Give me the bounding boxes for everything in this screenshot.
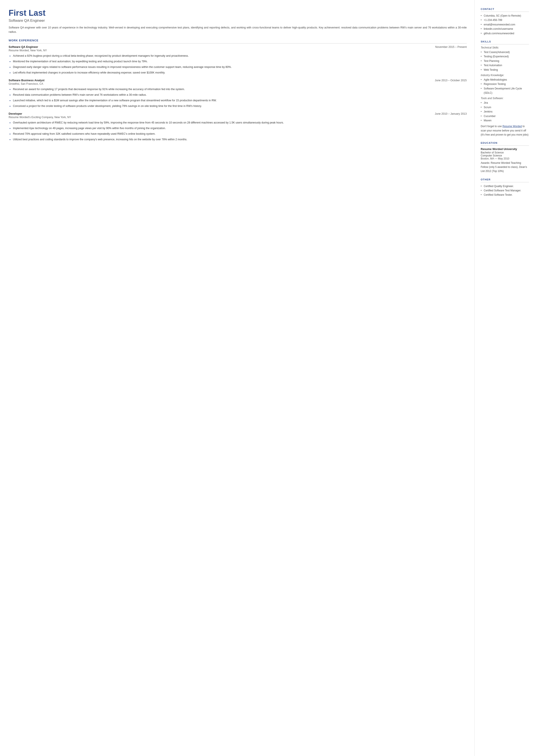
- bullet-0-2: Diagnosed early danger signs related to …: [9, 65, 467, 69]
- job-dates-2: June 2010 – January 2013: [435, 112, 467, 115]
- tool-0: Jira: [481, 101, 529, 105]
- other-item-2: Certified Software Tester.: [481, 193, 529, 197]
- work-experience-section: WORK EXPERIENCE Software QA Engineer Nov…: [9, 39, 467, 142]
- other-item-0: Certified Quality Engineer.: [481, 184, 529, 188]
- job-header-1: Software Business Analyst June 2013 – Oc…: [9, 79, 467, 82]
- job-title-0: Software QA Engineer: [9, 45, 38, 48]
- promo-paragraph: Don't forget to use Resume Worded to sca…: [481, 124, 529, 137]
- skills-label: SKILLS: [481, 40, 529, 44]
- bullet-0-3: Led efforts that implemented changes in …: [9, 70, 467, 75]
- bullet-1-2: Launched initiative, which led to a $1M …: [9, 98, 467, 102]
- contact-section: CONTACT Columbia, SC (Open to Remote) +1…: [481, 8, 529, 36]
- job-block-0: Software QA Engineer November 2015 – Pre…: [9, 45, 467, 75]
- tool-2: Jenkins: [481, 109, 529, 114]
- education-label: EDUCATION: [481, 142, 529, 146]
- industry-skill-1: Regression Testing: [481, 82, 529, 86]
- job-bullets-2: Overhauled system architecture of RWEC b…: [9, 121, 467, 142]
- job-title-2: Developer: [9, 112, 22, 115]
- industry-skill-0: Agile Methodologies: [481, 78, 529, 82]
- bullet-0-1: Monitored the implementation of test aut…: [9, 59, 467, 64]
- other-label: OTHER: [481, 178, 529, 182]
- tools-list: Jira Scrum Jenkins Cucumber Maven: [481, 101, 529, 123]
- promo-link[interactable]: Resume Worded: [502, 125, 522, 128]
- contact-item-3: linkedin.com/in/username: [481, 27, 529, 31]
- contact-label: CONTACT: [481, 8, 529, 12]
- bullet-2-0: Overhauled system architecture of RWEC b…: [9, 121, 467, 125]
- job-bullets-0: Achieved a 92% bugless project during a …: [9, 54, 467, 75]
- industry-knowledge-label: Industry Knowledge:: [481, 74, 529, 77]
- job-company-2: Resume Worded's Exciting Company, New Yo…: [9, 116, 467, 119]
- bullet-0-0: Achieved a 92% bugless project during a …: [9, 54, 467, 58]
- contact-item-0: Columbia, SC (Open to Remote): [481, 14, 529, 18]
- candidate-summary: Software QA engineer with over 10 years …: [9, 25, 467, 34]
- technical-skills-list: Test Cases(Advanced) Testing (Experience…: [481, 50, 529, 72]
- industry-skills-list: Agile Methodologies Regression Testing S…: [481, 78, 529, 95]
- edu-field: Computer Science: [481, 154, 529, 157]
- bullet-1-1: Resolved data communication problems bet…: [9, 93, 467, 97]
- other-list: Certified Quality Engineer. Certified So…: [481, 184, 529, 197]
- skills-section: SKILLS Technical Skills: Test Cases(Adva…: [481, 40, 529, 137]
- bullet-2-3: Utilized best practices and coding stand…: [9, 137, 467, 142]
- candidate-title: Software QA Engineer: [9, 18, 467, 23]
- contact-list: Columbia, SC (Open to Remote) +1-234-456…: [481, 14, 529, 36]
- job-dates-0: November 2015 – Present: [435, 45, 467, 48]
- tech-skill-3: Test Automation: [481, 63, 529, 68]
- job-title-1: Software Business Analyst: [9, 79, 44, 82]
- technical-skills-label: Technical Skills:: [481, 46, 529, 49]
- main-column: First Last Software QA Engineer Software…: [0, 0, 475, 756]
- sidebar-column: CONTACT Columbia, SC (Open to Remote) +1…: [475, 0, 535, 756]
- tools-label: Tools and Software:: [481, 97, 529, 100]
- contact-item-4: github.com/resumeworded: [481, 31, 529, 36]
- promo-before: Don't forget to use: [481, 125, 502, 128]
- job-bullets-1: Received an award for completing 17 proj…: [9, 87, 467, 108]
- other-section: OTHER Certified Quality Engineer. Certif…: [481, 178, 529, 197]
- edu-institution: Resume Worded University: [481, 147, 529, 151]
- tool-1: Scrum: [481, 105, 529, 109]
- tool-3: Cucumber: [481, 114, 529, 118]
- contact-item-1: +1-234-456-789: [481, 18, 529, 22]
- job-company-1: Growthsi, San Francisco, CA: [9, 82, 467, 85]
- bullet-2-2: Received 70% approval rating from 32K sa…: [9, 132, 467, 136]
- edu-degree: Bachelor of Science: [481, 151, 529, 154]
- tech-skill-4: Web Testing: [481, 68, 529, 72]
- job-block-2: Developer June 2010 – January 2013 Resum…: [9, 112, 467, 142]
- tech-skill-1: Testing (Experienced): [481, 54, 529, 59]
- work-experience-label: WORK EXPERIENCE: [9, 39, 467, 43]
- bullet-2-1: Implemented Ajax technology on 49 pages,…: [9, 126, 467, 130]
- tech-skill-2: Test Planning: [481, 59, 529, 63]
- job-company-0: Resume Worded, New York, NY: [9, 49, 467, 52]
- education-section: EDUCATION Resume Worded University Bache…: [481, 142, 529, 174]
- bullet-1-3: Conceived a project for the onsite testi…: [9, 104, 467, 108]
- industry-skill-2: Software Development Life Cycle (SDLC): [481, 86, 529, 95]
- tool-4: Maven: [481, 118, 529, 123]
- other-item-1: Certified Software Test Manager.: [481, 188, 529, 193]
- job-dates-1: June 2013 – October 2015: [435, 79, 467, 82]
- contact-item-2: email@resumeworded.com: [481, 22, 529, 27]
- job-header-0: Software QA Engineer November 2015 – Pre…: [9, 45, 467, 48]
- candidate-name: First Last: [9, 9, 467, 18]
- tech-skill-0: Test Cases(Advanced): [481, 50, 529, 54]
- edu-date: Boston, MA — May 2010: [481, 157, 529, 160]
- bullet-1-0: Received an award for completing 17 proj…: [9, 87, 467, 91]
- job-block-1: Software Business Analyst June 2013 – Oc…: [9, 79, 467, 108]
- job-header-2: Developer June 2010 – January 2013: [9, 112, 467, 115]
- edu-awards: Awards: Resume Worded Teaching Fellow (o…: [481, 161, 529, 174]
